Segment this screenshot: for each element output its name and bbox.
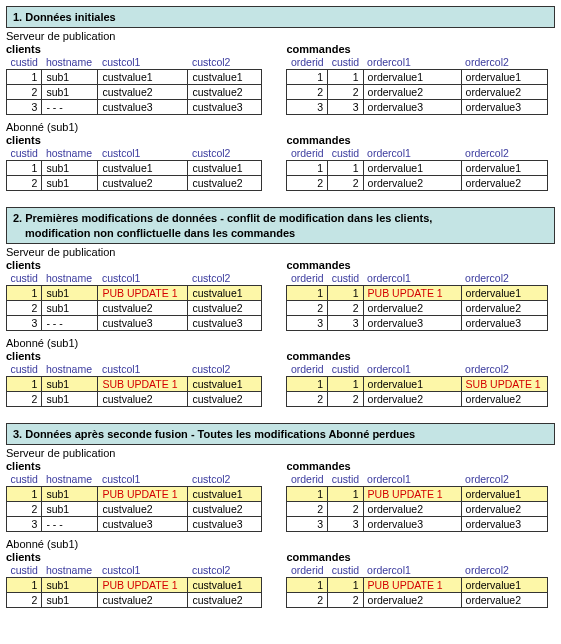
- table-cell: 1: [7, 487, 42, 502]
- table-row: 22ordervalue2ordervalue2: [287, 502, 547, 517]
- table-cell: sub1: [42, 487, 98, 502]
- clients-title: clients: [6, 43, 262, 55]
- group-subtitle: Abonné (sub1): [6, 121, 555, 133]
- table-cell: ordervalue3: [461, 315, 547, 330]
- table-pair: clientscustidhostnamecustcol1custcol21su…: [6, 259, 555, 331]
- table-cell: ordervalue3: [363, 100, 461, 115]
- commandes-table: orderidcustidordercol1ordercol211orderva…: [286, 146, 547, 191]
- column-header: ordercol2: [461, 146, 547, 161]
- table-cell: 1: [328, 376, 363, 391]
- column-header: hostname: [42, 563, 98, 578]
- table-row: 11PUB UPDATE 1ordervalue1: [287, 487, 547, 502]
- clients-table-wrap: clientscustidhostnamecustcol1custcol21su…: [6, 551, 262, 608]
- table-cell: ordervalue1: [363, 161, 461, 176]
- table-cell: SUB UPDATE 1: [461, 376, 547, 391]
- commandes-table-wrap: commandesorderidcustidordercol1ordercol2…: [286, 350, 547, 407]
- table-cell: ordervalue1: [461, 161, 547, 176]
- table-cell: custvalue2: [188, 502, 262, 517]
- table-row: 33ordervalue3ordervalue3: [287, 315, 547, 330]
- table-cell: ordervalue3: [461, 517, 547, 532]
- commandes-table: orderidcustidordercol1ordercol211orderva…: [286, 362, 547, 407]
- table-cell: custvalue1: [98, 161, 188, 176]
- table-cell: custvalue3: [188, 315, 262, 330]
- table-cell: PUB UPDATE 1: [363, 285, 461, 300]
- table-row: 2sub1custvalue2custvalue2: [7, 593, 262, 608]
- column-header: orderid: [287, 55, 328, 70]
- table-pair: clientscustidhostnamecustcol1custcol21su…: [6, 551, 555, 608]
- table-cell: 3: [328, 315, 363, 330]
- table-cell: 3: [328, 100, 363, 115]
- column-header: orderid: [287, 362, 328, 377]
- table-cell: ordervalue1: [461, 487, 547, 502]
- column-header: ordercol1: [363, 472, 461, 487]
- table-cell: 3: [287, 315, 328, 330]
- column-header: custid: [7, 472, 42, 487]
- table-row: 22ordervalue2ordervalue2: [287, 593, 547, 608]
- table-cell: ordervalue2: [363, 176, 461, 191]
- commandes-title: commandes: [286, 259, 547, 271]
- column-header: hostname: [42, 55, 98, 70]
- clients-table: custidhostnamecustcol1custcol21sub1custv…: [6, 55, 262, 115]
- table-row: 1sub1PUB UPDATE 1custvalue1: [7, 578, 262, 593]
- column-header: hostname: [42, 146, 98, 161]
- column-header: custid: [328, 563, 363, 578]
- table-cell: ordervalue2: [461, 176, 547, 191]
- table-cell: ordervalue3: [363, 315, 461, 330]
- commandes-table: orderidcustidordercol1ordercol211PUB UPD…: [286, 271, 547, 331]
- clients-table: custidhostnamecustcol1custcol21sub1PUB U…: [6, 563, 262, 608]
- table-cell: ordervalue2: [461, 502, 547, 517]
- column-header: orderid: [287, 563, 328, 578]
- table-cell: ordervalue2: [363, 391, 461, 406]
- table-cell: custvalue2: [98, 85, 188, 100]
- table-cell: ordervalue3: [363, 517, 461, 532]
- table-pair: clientscustidhostnamecustcol1custcol21su…: [6, 350, 555, 407]
- table-cell: 2: [7, 502, 42, 517]
- commandes-table-wrap: commandesorderidcustidordercol1ordercol2…: [286, 460, 547, 532]
- column-header: ordercol2: [461, 472, 547, 487]
- table-cell: sub1: [42, 285, 98, 300]
- table-cell: 1: [7, 285, 42, 300]
- table-cell: sub1: [42, 161, 98, 176]
- table-cell: ordervalue2: [461, 85, 547, 100]
- column-header: ordercol1: [363, 271, 461, 286]
- section-header: 1. Données initiales: [6, 6, 555, 28]
- table-row: 33ordervalue3ordervalue3: [287, 517, 547, 532]
- group-subtitle: Abonné (sub1): [6, 538, 555, 550]
- section-spacer: [6, 413, 555, 423]
- table-cell: PUB UPDATE 1: [98, 487, 188, 502]
- table-cell: custvalue2: [188, 391, 262, 406]
- table-cell: sub1: [42, 502, 98, 517]
- table-cell: 2: [7, 176, 42, 191]
- group-subtitle: Abonné (sub1): [6, 337, 555, 349]
- table-row: 2sub1custvalue2custvalue2: [7, 391, 262, 406]
- table-cell: ordervalue1: [461, 285, 547, 300]
- column-header: custcol1: [98, 146, 188, 161]
- commandes-table: orderidcustidordercol1ordercol211PUB UPD…: [286, 472, 547, 532]
- table-cell: 3: [287, 517, 328, 532]
- table-cell: ordervalue2: [363, 300, 461, 315]
- table-row: 2sub1custvalue2custvalue2: [7, 300, 262, 315]
- clients-title: clients: [6, 259, 262, 271]
- column-header: custid: [7, 563, 42, 578]
- table-cell: 1: [287, 578, 328, 593]
- table-row: 22ordervalue2ordervalue2: [287, 85, 547, 100]
- table-cell: sub1: [42, 578, 98, 593]
- column-header: ordercol1: [363, 362, 461, 377]
- commandes-table-wrap: commandesorderidcustidordercol1ordercol2…: [286, 259, 547, 331]
- table-row: 3- - -custvalue3custvalue3: [7, 315, 262, 330]
- column-header: custcol1: [98, 55, 188, 70]
- table-row: 2sub1custvalue2custvalue2: [7, 176, 262, 191]
- column-header: custid: [7, 146, 42, 161]
- table-cell: custvalue2: [98, 176, 188, 191]
- table-row: 11ordervalue1ordervalue1: [287, 70, 547, 85]
- clients-table: custidhostnamecustcol1custcol21sub1SUB U…: [6, 362, 262, 407]
- table-cell: ordervalue1: [363, 70, 461, 85]
- table-cell: ordervalue2: [363, 85, 461, 100]
- table-cell: ordervalue1: [461, 70, 547, 85]
- table-cell: 2: [7, 85, 42, 100]
- table-cell: 3: [7, 100, 42, 115]
- table-cell: 2: [287, 300, 328, 315]
- column-header: custcol2: [188, 271, 262, 286]
- column-header: custcol2: [188, 362, 262, 377]
- table-cell: custvalue3: [188, 517, 262, 532]
